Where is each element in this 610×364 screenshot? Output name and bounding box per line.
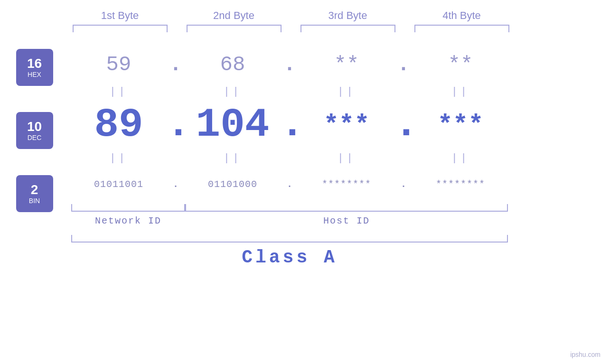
eq1-b2: ||: [185, 86, 280, 98]
host-id-label: Host ID: [185, 215, 508, 226]
id-labels-row: Network ID Host ID: [71, 215, 610, 226]
dec-dot3: .: [394, 98, 413, 151]
byte1-header: 1st Byte: [73, 9, 168, 22]
hex-dot3: .: [394, 53, 413, 76]
dec-b2: 104: [185, 102, 280, 148]
host-bracket: [185, 204, 508, 212]
watermark: ipshu.com: [570, 351, 601, 358]
hex-b2: 68: [185, 53, 280, 76]
hex-b1: 59: [71, 53, 166, 76]
equals-row-1: || || || ||: [71, 84, 610, 99]
dec-num: 10: [27, 120, 42, 134]
byte4-header: 4th Byte: [414, 9, 509, 22]
class-bracket: [71, 235, 508, 243]
eq2-b4: ||: [413, 152, 508, 164]
eq2-b1: ||: [71, 152, 166, 164]
dec-dot2: .: [280, 98, 299, 151]
network-bracket: [71, 204, 185, 212]
bin-b3: ********: [299, 179, 394, 190]
bottom-brackets: [71, 204, 610, 212]
hex-dot1: .: [166, 53, 185, 76]
bracket-byte2: [187, 25, 282, 32]
eq2-b3: ||: [299, 152, 394, 164]
hex-badge: 16 HEX: [16, 49, 53, 86]
hex-b3: **: [299, 53, 394, 76]
bin-b2: 01101000: [185, 179, 280, 190]
bin-num: 2: [31, 183, 38, 197]
hex-dot2: .: [280, 53, 299, 76]
main-container: 1st Byte 2nd Byte 3rd Byte 4th Byte 16 H…: [0, 0, 610, 364]
eq2-b2: ||: [185, 152, 280, 164]
byte2-header: 2nd Byte: [187, 9, 282, 22]
class-bracket-wrap: [71, 235, 508, 243]
dec-b4: ***: [413, 111, 508, 140]
bracket-byte3: [300, 25, 395, 32]
bin-badge: 2 BIN: [16, 175, 53, 212]
dec-row: 89 . 104 . *** . ***: [71, 99, 610, 151]
bracket-byte4: [414, 25, 509, 32]
bracket-byte1: [73, 25, 168, 32]
dec-label: DEC: [28, 134, 42, 141]
byte3-header: 3rd Byte: [300, 9, 395, 22]
bin-label: BIN: [29, 197, 40, 205]
bin-dot2: .: [280, 179, 299, 190]
dec-b3: ***: [299, 111, 394, 140]
hex-label: HEX: [28, 71, 41, 78]
hex-num: 16: [27, 56, 42, 71]
class-label: Class A: [71, 247, 508, 268]
network-id-label: Network ID: [71, 215, 185, 226]
eq1-b1: ||: [71, 86, 166, 98]
dec-dot1: .: [166, 98, 185, 151]
hex-b4: **: [413, 53, 508, 76]
eq1-b3: ||: [299, 86, 394, 98]
hex-row: 59 . 68 . ** . **: [71, 44, 610, 84]
bin-b1: 01011001: [71, 179, 166, 190]
eq1-b4: ||: [413, 86, 508, 98]
equals-row-2: || || || ||: [71, 151, 610, 165]
dec-b1: 89: [71, 102, 166, 148]
bin-dot3: .: [394, 179, 413, 190]
bin-row: 01011001 . 01101000 . ******** . *******…: [71, 165, 610, 203]
dec-badge: 10 DEC: [16, 112, 53, 149]
bin-b4: ********: [413, 179, 508, 190]
bin-dot1: .: [166, 179, 185, 190]
